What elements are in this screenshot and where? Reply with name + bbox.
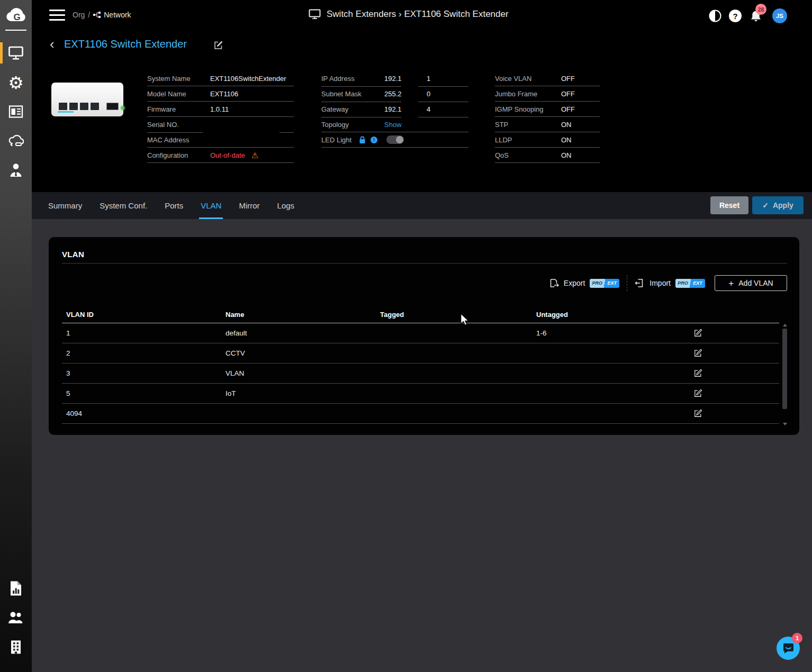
col-header-tagged: Tagged [376,311,532,319]
monitor-icon [8,46,24,60]
info-label: System Name [147,75,210,83]
plus-icon: + [728,279,734,288]
sidebar-item-devices[interactable] [0,42,32,63]
info-row-mac: MAC Address [147,132,294,148]
device-info-col2: IP Address 192.1 1 Subnet Mask 255.2 0 G… [321,71,468,148]
info-value: 1.0.11 [210,105,229,113]
info-value: 192.1 [384,75,402,83]
help-button[interactable]: ? [729,10,742,22]
sidebar-item-reports-news[interactable] [0,101,32,122]
info-value-fragment: 4 [427,105,430,113]
info-label: Subnet Mask [321,90,384,98]
info-value: ON [561,136,572,144]
sidebar-item-organization[interactable] [0,637,32,658]
table-scrollbar[interactable] [782,324,788,425]
info-row-stp: STP ON [495,117,600,132]
tab-system-conf[interactable]: System Conf. [100,192,147,219]
badge-ext-label: EXT [605,279,619,288]
info-label: IP Address [321,75,384,83]
scroll-up-arrow[interactable] [783,324,787,326]
info-label: Jumbo Frame [495,90,561,98]
scrollbar-thumb[interactable] [782,329,787,409]
apply-button[interactable]: ✓ Apply [752,196,804,214]
header-title: Switch Extenders › EXT1106 Switch Extend… [309,9,509,20]
edit-row-button[interactable] [687,329,708,338]
import-button[interactable]: Import PRO EXT [635,278,705,288]
info-label: Firmware [147,105,210,113]
sidebar-item-report[interactable] [0,578,32,599]
cell-name: VLAN [221,369,376,377]
badge-ext-label: EXT [690,279,705,288]
tab-summary[interactable]: Summary [48,192,82,219]
cell-vlan-id: 3 [62,369,221,377]
hamburger-menu-icon[interactable] [49,10,65,21]
device-info-col1: System Name EXT1106SwitchExtender Model … [147,71,294,163]
info-label: MAC Address [147,136,210,144]
scroll-down-arrow[interactable] [783,423,787,425]
info-row-qos: QoS ON [495,148,600,163]
info-value: OFF [561,90,575,98]
info-value: EXT1106 [210,90,238,98]
info-value: ON [561,121,572,129]
info-label: Topology [321,121,384,129]
edit-icon [693,409,702,418]
edit-row-button[interactable] [687,409,708,418]
sidebar: G ⚙ [0,0,32,672]
info-value: OFF [561,75,575,83]
breadcrumb-org[interactable]: Org [73,11,85,19]
tab-bar: Summary System Conf. Ports VLAN Mirror L… [32,192,812,219]
info-value: 192.1 [384,105,402,113]
card-title-divider [62,263,787,264]
topology-show-link[interactable]: Show [384,121,402,129]
info-value-fragment: 0 [427,90,430,98]
sidebar-item-firmware-cloud[interactable] [0,130,32,151]
tab-logs[interactable]: Logs [277,192,295,219]
sidebar-item-users[interactable] [0,607,32,628]
info-row-voice-vlan: Voice VLAN OFF [495,71,600,86]
table-row[interactable]: 4094 [62,404,779,424]
sidebar-item-settings[interactable]: ⚙ [0,72,32,93]
tab-mirror[interactable]: Mirror [239,192,259,219]
apply-button-label: Apply [773,201,793,210]
table-row[interactable]: 2 CCTV [62,343,779,364]
edit-row-button[interactable] [687,369,708,378]
edit-row-button[interactable] [687,389,708,398]
breadcrumb-network[interactable]: Network [104,11,131,19]
table-row[interactable]: 5 IoT [62,384,779,404]
info-label: Model Name [147,90,210,98]
info-label: Gateway [321,105,384,113]
config-status-value: Out-of-date [210,151,245,159]
reset-button[interactable]: Reset [710,196,748,214]
info-label: QoS [495,151,561,159]
device-photo [50,78,124,121]
cell-name: IoT [221,389,376,397]
info-row-igmp: IGMP Snooping OFF [495,102,600,117]
badge-pro-label: PRO [675,279,690,288]
device-info-col3: Voice VLAN OFF Jumbo Frame OFF IGMP Snoo… [495,71,600,163]
theme-contrast-button[interactable] [709,10,721,24]
info-label: Configuration [147,151,210,159]
back-button[interactable]: ‹ [50,37,55,51]
tab-vlan[interactable]: VLAN [201,192,221,219]
news-icon [8,105,23,119]
engenius-cloud-logo-icon[interactable]: G [4,4,28,27]
table-row[interactable]: 3 VLAN [62,364,779,384]
info-value-fragment: 1 [427,75,430,83]
info-value: ON [561,151,572,159]
edit-icon [213,40,223,50]
file-export-icon [549,278,559,288]
notification-count-badge: 28 [755,4,766,15]
edit-title-button[interactable] [213,40,223,52]
table-row[interactable]: 1 default 1-6 [62,323,779,343]
vlan-table: VLAN ID Name Tagged Untagged 1 default 1… [62,306,779,424]
add-vlan-button[interactable]: + Add VLAN [715,275,787,291]
export-button[interactable]: Export PRO EXT [549,278,619,288]
info-row-system-name: System Name EXT1106SwitchExtender [147,71,294,86]
edit-row-button[interactable] [687,349,708,358]
tab-ports[interactable]: Ports [165,192,183,219]
edit-icon [693,369,702,378]
sidebar-item-admin[interactable] [0,159,32,180]
avatar[interactable]: JS [772,8,787,23]
led-light-toggle[interactable] [386,135,404,144]
app-root: G ⚙ [0,0,812,672]
